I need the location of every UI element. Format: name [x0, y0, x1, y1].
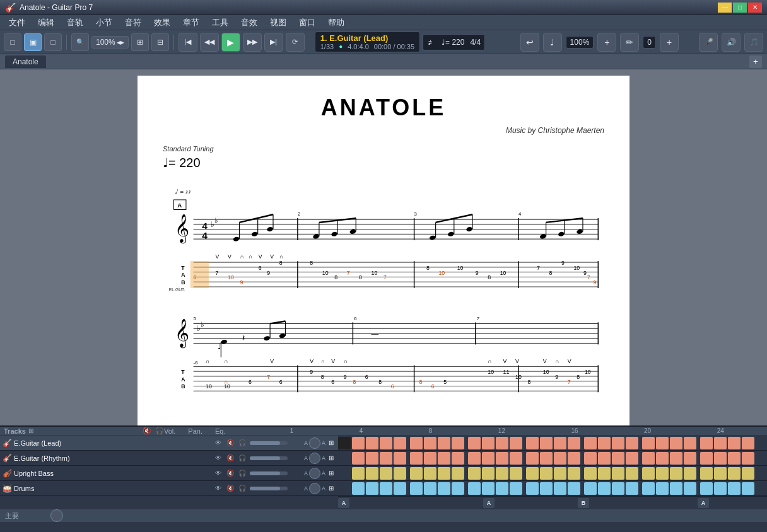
- block-1-15[interactable]: [554, 437, 566, 449]
- track-4-eye[interactable]: 👁: [213, 483, 223, 494]
- block-4-4[interactable]: [394, 482, 406, 495]
- block-3-16[interactable]: [568, 467, 580, 480]
- minimize-button[interactable]: —: [718, 3, 732, 13]
- block-4-22[interactable]: [656, 482, 669, 495]
- menu-section[interactable]: 章节: [177, 16, 206, 30]
- block-3-7[interactable]: [438, 467, 450, 480]
- block-3-10[interactable]: [482, 467, 495, 480]
- block-3-2[interactable]: [366, 467, 378, 480]
- block-1-19[interactable]: [612, 437, 624, 449]
- block-1-14[interactable]: [540, 437, 553, 449]
- block-2-27[interactable]: [728, 452, 741, 465]
- rewind-button[interactable]: ◀◀: [200, 33, 219, 52]
- track-row-2[interactable]: 🎸 E.Guitar (Rhythm) 👁 🔇 🎧 A A ⊞: [0, 451, 338, 466]
- menu-note[interactable]: 音符: [119, 16, 148, 30]
- track-3-pan[interactable]: [309, 468, 320, 479]
- block-2-20[interactable]: [626, 452, 638, 465]
- track-4-vol-slider[interactable]: [250, 487, 300, 490]
- block-1-8[interactable]: [452, 437, 464, 449]
- block-2-28[interactable]: [742, 452, 754, 465]
- block-2-7[interactable]: [438, 452, 450, 465]
- block-2-23[interactable]: [670, 452, 682, 465]
- track-4-mute[interactable]: 🔇: [225, 483, 235, 494]
- grid-button[interactable]: ⊞: [131, 33, 149, 51]
- block-3-24[interactable]: [684, 467, 696, 480]
- block-1-20[interactable]: [626, 437, 638, 449]
- block-1-16[interactable]: [568, 437, 580, 449]
- block-2-11[interactable]: [496, 452, 508, 465]
- block-4-10[interactable]: [482, 482, 495, 495]
- track-3-vol-slider[interactable]: [250, 471, 300, 475]
- block-3-18[interactable]: [598, 467, 611, 480]
- track-3-eye[interactable]: 👁: [213, 468, 223, 478]
- menu-file[interactable]: 文件: [3, 16, 32, 30]
- block-3-14[interactable]: [540, 467, 553, 480]
- block-2-6[interactable]: [424, 452, 436, 465]
- block-3-1[interactable]: [352, 467, 365, 480]
- view-multi-button[interactable]: □: [44, 33, 62, 51]
- score-tab[interactable]: Anatole: [5, 55, 46, 68]
- track-3-solo[interactable]: 🎧: [237, 468, 247, 478]
- maximize-button[interactable]: □: [733, 3, 747, 13]
- loop-button[interactable]: ⟳: [286, 33, 305, 52]
- track-1-vol-slider[interactable]: [250, 441, 300, 445]
- add-tab-button[interactable]: +: [749, 55, 762, 68]
- block-4-6[interactable]: [424, 482, 436, 495]
- go-start-button[interactable]: |◀: [179, 33, 197, 52]
- track-2-pan[interactable]: [309, 453, 320, 464]
- block-2-18[interactable]: [598, 452, 611, 465]
- block-3-21[interactable]: [642, 467, 655, 480]
- block-3-9[interactable]: [468, 467, 481, 480]
- forward-button[interactable]: ▶▶: [243, 33, 262, 52]
- block-2-25[interactable]: [700, 452, 713, 465]
- block-4-19[interactable]: [612, 482, 624, 495]
- block-4-12[interactable]: [510, 482, 522, 495]
- go-end-button[interactable]: ▶|: [264, 33, 283, 52]
- block-2-9[interactable]: [468, 452, 481, 465]
- track-row-4[interactable]: 🥁 Drums 👁 🔇 🎧 A A ⊞: [0, 481, 338, 496]
- block-4-16[interactable]: [568, 482, 580, 495]
- block-3-6[interactable]: [424, 467, 436, 480]
- track-1-eq[interactable]: ⊞: [327, 439, 336, 448]
- block-2-8[interactable]: [452, 452, 464, 465]
- block-2-10[interactable]: [482, 452, 495, 465]
- block-1-10[interactable]: [482, 437, 495, 449]
- block-4-3[interactable]: [380, 482, 392, 495]
- track-3-mute[interactable]: 🔇: [225, 468, 235, 478]
- block-1-18[interactable]: [598, 437, 611, 449]
- block-4-28[interactable]: [742, 482, 754, 495]
- block-1-21[interactable]: [642, 437, 655, 449]
- block-1-4[interactable]: [394, 437, 406, 449]
- footer-pan-control[interactable]: [50, 509, 63, 522]
- block-4-25[interactable]: [700, 482, 713, 495]
- menu-tools[interactable]: 工具: [206, 16, 235, 30]
- block-1-7[interactable]: [438, 437, 450, 449]
- menu-measure[interactable]: 小节: [90, 16, 119, 30]
- block-2-1[interactable]: [352, 452, 365, 465]
- block-3-27[interactable]: [728, 467, 741, 480]
- block-3-20[interactable]: [626, 467, 638, 480]
- block-3-25[interactable]: [700, 467, 713, 480]
- track-2-solo[interactable]: 🎧: [237, 453, 247, 463]
- block-1-13[interactable]: [526, 437, 539, 449]
- block-3-23[interactable]: [670, 467, 682, 480]
- block-3-12[interactable]: [510, 467, 522, 480]
- block-4-18[interactable]: [598, 482, 611, 495]
- block-2-24[interactable]: [684, 452, 696, 465]
- pencil-button[interactable]: ✏: [620, 33, 639, 52]
- block-2-14[interactable]: [540, 452, 553, 465]
- menu-view[interactable]: 视图: [264, 16, 293, 30]
- note-count-up[interactable]: +: [660, 33, 679, 52]
- block-1-9[interactable]: [468, 437, 481, 449]
- track-2-mute[interactable]: 🔇: [225, 453, 235, 463]
- track-2-vol-slider[interactable]: [250, 456, 300, 460]
- block-1-6[interactable]: [424, 437, 436, 449]
- block-3-11[interactable]: [496, 467, 508, 480]
- block-1-25[interactable]: [700, 437, 713, 449]
- block-3-4[interactable]: [394, 467, 406, 480]
- menu-effects[interactable]: 效果: [148, 16, 177, 30]
- block-4-17[interactable]: [584, 482, 597, 495]
- track-4-eq[interactable]: ⊞: [327, 484, 336, 493]
- play-button[interactable]: ▶: [221, 33, 240, 52]
- block-4-7[interactable]: [438, 482, 450, 495]
